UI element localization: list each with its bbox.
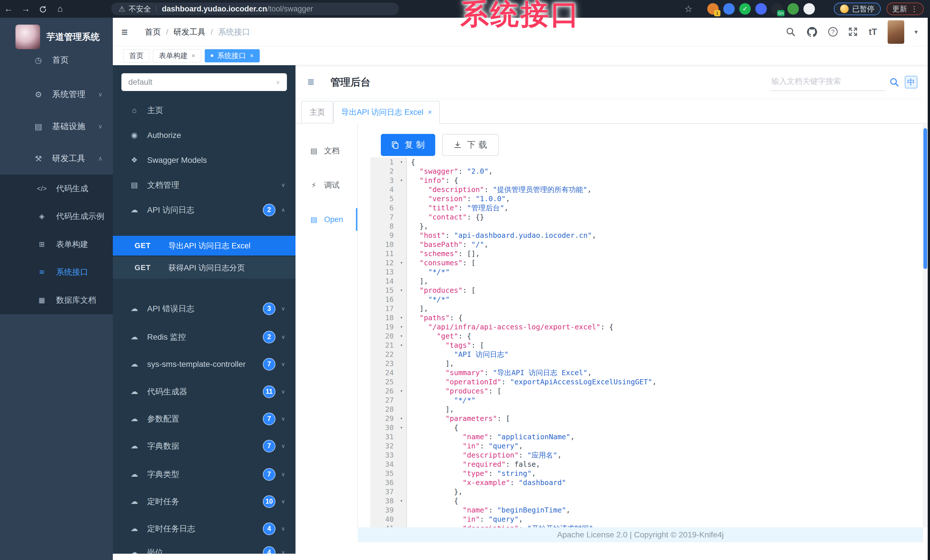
close-icon[interactable]: × xyxy=(250,52,254,60)
sidebar-subitem-0[interactable]: </>代码生成 xyxy=(0,180,113,198)
swagger-group-3[interactable]: ☁代码生成器11∨ xyxy=(113,379,296,404)
sidebar-item-0[interactable]: ◷首页 xyxy=(0,51,113,69)
swagger-group-8[interactable]: ☁定时任务日志4∨ xyxy=(113,516,296,541)
fold-toggle-icon[interactable]: ▾ xyxy=(396,324,407,329)
swagger-group-2[interactable]: ☁sys-sms-template-controller7∨ xyxy=(113,352,296,377)
swagger-group-label: sys-sms-template-controller xyxy=(147,360,246,369)
swagger-item-0[interactable]: ⌂主页 xyxy=(113,98,296,123)
help-icon[interactable]: ? xyxy=(827,26,839,38)
page-tab-home[interactable]: 首页 xyxy=(123,49,149,62)
fold-toggle-icon[interactable]: ▾ xyxy=(396,178,407,183)
swagger-operation-0[interactable]: GET导出API 访问日志 Excel xyxy=(113,236,296,256)
hamburger-icon[interactable]: ≡ xyxy=(122,18,128,46)
reload-icon[interactable] xyxy=(34,4,52,14)
swagger-group-6[interactable]: ☁字典类型7∨ xyxy=(113,462,296,487)
breadcrumb-home[interactable]: 首页 xyxy=(145,27,161,37)
code-line: 20▾ "get": { xyxy=(370,331,923,341)
sidebar-subitem-2[interactable]: ⊞表单构建 xyxy=(0,235,113,253)
close-icon[interactable]: × xyxy=(428,108,432,116)
browser-menu-icon[interactable]: ⋮ xyxy=(910,5,918,14)
swagger-item-3[interactable]: ▤文档管理∨ xyxy=(113,173,296,198)
code-line: 13 "*/*" xyxy=(370,267,923,276)
fold-toggle-icon[interactable]: ▾ xyxy=(396,160,407,164)
code-line: 26▾ "produces": [ xyxy=(370,386,923,396)
sidebar-item-1[interactable]: ⚙系统管理∨ xyxy=(0,85,113,104)
code-text: ], xyxy=(411,405,454,413)
close-icon[interactable]: × xyxy=(192,52,195,60)
code-line: 14 ], xyxy=(370,276,923,285)
address-bar[interactable]: ⚠ 不安全 dashboard.yudao.iocoder.cn/tool/sw… xyxy=(111,3,399,15)
extension-orange[interactable]: 1 xyxy=(707,3,719,15)
font-size-icon[interactable]: tT xyxy=(869,18,877,46)
mini-nav-open[interactable]: ▤ Open xyxy=(296,210,343,229)
watermark-overlay: 系统接口 xyxy=(460,0,580,34)
swagger-group-7[interactable]: ☁定时任务10∨ xyxy=(113,489,296,514)
avatar[interactable] xyxy=(888,20,904,44)
breadcrumb-dev-tools[interactable]: 研发工具 xyxy=(174,27,206,37)
sidebar-subitem-1[interactable]: ◈代码生成示例 xyxy=(0,207,113,226)
extension-alien[interactable] xyxy=(787,3,799,15)
github-icon[interactable] xyxy=(806,26,818,38)
fold-toggle-icon[interactable]: ▾ xyxy=(396,288,407,293)
extension-blue-drop[interactable] xyxy=(723,3,735,15)
swagger-group-9[interactable]: ☁岗位4∨ xyxy=(113,540,296,554)
tab-label: 系统接口 xyxy=(217,51,246,60)
fullscreen-icon[interactable] xyxy=(848,26,859,38)
fold-toggle-icon[interactable]: ▾ xyxy=(396,388,407,393)
code-line: 16 "*/*" xyxy=(370,295,923,304)
scrollbar-thumb[interactable] xyxy=(924,128,927,269)
mini-nav-doc[interactable]: ▤ 文档 xyxy=(296,142,340,160)
swagger-item-1[interactable]: ◉Authorize xyxy=(113,123,296,148)
fold-toggle-icon[interactable]: ▾ xyxy=(396,333,407,339)
swagger-item-4[interactable]: ☁API 访问日志2∧ xyxy=(113,198,296,222)
sidebar-subitem-3[interactable]: ≋系统接口 xyxy=(0,263,113,281)
swagger-sidebar: default ∨ ⌂主页◉Authorize❖Swagger Models▤文… xyxy=(113,65,296,554)
sidebar-subitem-4[interactable]: ▦数据库文档 xyxy=(0,291,113,309)
search-icon[interactable] xyxy=(785,26,796,38)
fold-toggle-icon[interactable]: ▾ xyxy=(396,416,407,421)
fold-toggle-icon[interactable]: ▾ xyxy=(396,342,407,348)
sidebar-item-3[interactable]: ⚒研发工具∧ xyxy=(0,149,113,168)
forward-icon[interactable]: → xyxy=(17,4,34,14)
extension-paw[interactable] xyxy=(804,3,815,15)
fold-toggle-icon[interactable]: ▾ xyxy=(396,315,407,320)
back-icon[interactable]: ← xyxy=(0,4,17,14)
swagger-group-label: 字典数据 xyxy=(147,441,179,451)
doc-search-input[interactable] xyxy=(771,72,885,91)
content-tab-home[interactable]: 主页 xyxy=(301,101,333,124)
update-button[interactable]: 更新 ⋮ xyxy=(887,3,924,15)
swagger-operation-1[interactable]: GET获得API 访问日志分页 xyxy=(113,257,296,279)
line-number: 37 xyxy=(370,488,396,496)
swagger-group-1[interactable]: ☁Redis 监控2∨ xyxy=(113,324,296,350)
language-switch-icon[interactable]: 中 xyxy=(905,76,918,88)
code-editor[interactable]: 1▾{2 "swagger": "2.0",3▾ "info": {4 "des… xyxy=(370,157,923,527)
mini-nav-debug[interactable]: ⚡ 调试 xyxy=(296,176,340,194)
sidebar-item-2[interactable]: ▤基础设施∨ xyxy=(0,117,113,136)
extension-blue-grid[interactable] xyxy=(755,3,767,15)
download-button[interactable]: 下载 xyxy=(442,134,499,156)
extension-gn[interactable]: Gn xyxy=(771,3,783,15)
page-tab-system-api[interactable]: 系统接口 × xyxy=(205,49,260,62)
doc-title-icon[interactable]: ≡ xyxy=(308,65,314,99)
doc-search-icon[interactable] xyxy=(889,77,900,87)
extension-green-check[interactable]: ✓ xyxy=(739,3,751,15)
logo[interactable]: 芋道管理系统 xyxy=(0,18,113,49)
avatar-caret-icon[interactable]: ▾ xyxy=(915,18,918,46)
line-number: 10 xyxy=(370,240,396,249)
count-badge: 4 xyxy=(263,546,276,554)
fold-toggle-icon[interactable]: ▾ xyxy=(396,260,407,265)
swagger-item-2[interactable]: ❖Swagger Models xyxy=(113,148,296,173)
page-tab-form-builder[interactable]: 表单构建 × xyxy=(153,49,201,62)
swagger-group-0[interactable]: ☁API 错误日志3∨ xyxy=(113,296,296,321)
copy-button[interactable]: 复制 xyxy=(381,134,435,156)
api-group-select[interactable]: default ∨ xyxy=(122,73,287,91)
swagger-group-5[interactable]: ☁字典数据7∨ xyxy=(113,434,296,459)
home-icon[interactable]: ⌂ xyxy=(52,4,69,14)
content-tab-export-log[interactable]: 导出API 访问日志 Excel × xyxy=(333,101,440,124)
code-line: 2 "swagger": "2.0", xyxy=(370,167,923,176)
swagger-group-4[interactable]: ☁参数配置7∨ xyxy=(113,407,296,431)
paused-pill[interactable]: 已暂停 xyxy=(834,3,881,15)
bookmark-star-icon[interactable]: ☆ xyxy=(684,0,693,18)
fold-toggle-icon[interactable]: ▾ xyxy=(396,425,407,430)
fold-toggle-icon[interactable]: ▾ xyxy=(396,498,407,503)
